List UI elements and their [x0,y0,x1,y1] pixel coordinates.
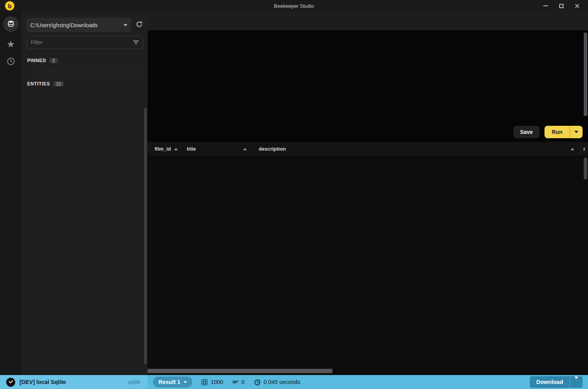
tab-bar [148,12,588,30]
filter-count-stat: 0 [233,379,245,385]
pinned-count-badge: 2 [49,58,58,63]
results-vertical-scrollbar[interactable] [584,158,587,179]
main-panel: Save Run film_id title [148,12,588,375]
entities-section-header: ENTITIES 22 [21,80,148,87]
status-bar: [DEV] local Sqlite sqlite Result 1 1000 … [0,375,588,389]
history-tab-button[interactable] [6,57,16,66]
column-header-description[interactable]: description [259,146,581,152]
result-status: Result 1 1000 0 0.045 seconds Down [148,375,588,389]
sidebar-scrollbar[interactable] [144,108,147,364]
result-label: Result 1 [158,379,180,385]
run-button-label[interactable]: Run [545,126,570,138]
connection-status[interactable]: [DEV] local Sqlite sqlite [0,375,148,389]
sidebar: C:\Users\ghstng\Downloads PINNED 2 [21,12,148,375]
column-label: film_id [155,146,171,152]
entity-filter [26,36,143,49]
chevron-down-icon [574,131,578,133]
column-label: r [583,146,585,152]
filter-count: 0 [242,379,245,385]
result-selector[interactable]: Result 1 [153,377,192,387]
chevron-down-icon [184,381,187,383]
results-panel: film_id title description r [148,141,588,375]
timer-icon [254,379,261,386]
filter-icon [133,40,139,44]
row-count: 1000 [210,379,223,385]
editor-actions: Save Run [513,126,583,138]
filter-input[interactable] [31,39,133,45]
refresh-icon [136,21,143,28]
minimize-icon [543,5,548,6]
refresh-button[interactable] [136,21,143,30]
window-controls [541,2,588,10]
run-button[interactable]: Run [545,126,583,138]
star-icon: ★ [7,39,15,49]
database-tab-button[interactable] [3,16,19,32]
maximize-button[interactable] [556,2,566,10]
close-icon [574,3,579,9]
rows-grid-icon [202,379,207,385]
connection-selector[interactable]: C:\Users\ghstng\Downloads [26,18,131,32]
database-icon [7,20,15,28]
connected-check-icon [6,378,15,387]
close-button[interactable] [572,2,582,10]
sort-asc-icon [174,148,178,150]
maximize-icon [559,4,564,8]
sidebar-divider [27,72,142,72]
elapsed-time-stat: 0.045 seconds [254,379,300,386]
sort-asc-icon [243,148,247,150]
beekeeper-studio-window: b Beekeeper Studio ★ [0,0,588,389]
download-label[interactable]: Download [530,376,570,388]
elapsed-time: 0.045 seconds [264,379,300,385]
results-header-row: film_id title description r [148,142,588,156]
connection-path: C:\Users\ghstng\Downloads [30,22,121,28]
save-button[interactable]: Save [513,126,539,138]
entities-count-badge: 22 [53,81,64,87]
dialect-label: sqlite [128,379,141,385]
history-icon [6,57,16,66]
minimize-button[interactable] [541,2,551,10]
favorites-tab-button[interactable]: ★ [7,40,15,49]
row-count-stat: 1000 [202,379,223,385]
chevron-down-icon [574,377,578,385]
filter-lines-icon [233,381,238,384]
column-header-film-id[interactable]: film_id [148,146,187,152]
run-options-button[interactable] [570,128,583,136]
sql-editor[interactable]: Save Run [148,30,588,141]
download-options-button[interactable] [570,376,583,388]
column-label: description [259,146,286,152]
chevron-down-icon [124,24,127,26]
pinned-label: PINNED [27,58,46,63]
window-title: Beekeeper Studio [0,3,588,9]
download-button[interactable]: Download [530,376,583,388]
app-logo-icon: b [5,1,14,10]
column-header-title[interactable]: title [187,146,259,152]
pinned-section-header: PINNED 2 [21,57,148,64]
sort-asc-icon [571,148,574,150]
entities-label: ENTITIES [27,81,50,87]
connection-name: [DEV] local Sqlite [19,379,66,385]
column-label: title [187,146,196,152]
icon-rail: ★ [0,12,21,375]
column-header-partial[interactable]: r [581,144,588,154]
results-horizontal-scrollbar[interactable] [148,369,332,373]
editor-scrollbar[interactable] [584,33,587,116]
titlebar: b Beekeeper Studio [0,0,588,12]
